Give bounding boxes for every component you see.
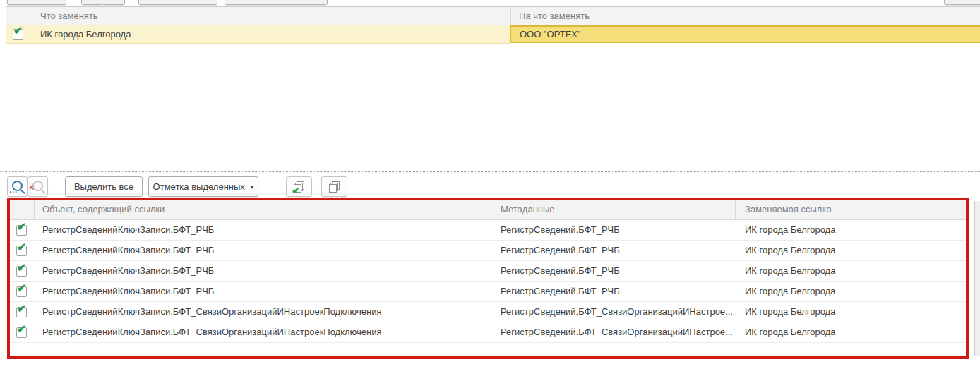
metadata-cell[interactable]: РегистрСведений.БФТ_РЧБ xyxy=(501,282,737,302)
row-checkbox[interactable]: ✔ xyxy=(16,327,27,338)
column-divider xyxy=(491,200,491,219)
table-row[interactable]: ✔ РегистрСведенийКлючЗаписи.БФТ_СвязиОрг… xyxy=(10,322,966,343)
row-checkbox[interactable]: ✔ xyxy=(16,246,27,256)
column-header-what[interactable]: Что заменять xyxy=(40,7,98,25)
mark-selected-label: Отметка выделенных xyxy=(153,181,245,192)
column-divider xyxy=(34,200,35,219)
column-header-object[interactable]: Объект, содержащий ссылки xyxy=(42,200,165,218)
clear-marks-button[interactable] xyxy=(321,176,347,197)
object-cell[interactable]: РегистрСведенийКлючЗаписи.БФТ_СвязиОрган… xyxy=(42,302,487,322)
replace-references-window: Что заменять На что заменять ✔ ИК города… xyxy=(0,0,980,369)
documents-icon xyxy=(329,181,340,192)
object-cell[interactable]: РегистрСведенийКлючЗаписи.БФТ_РЧБ xyxy=(42,220,487,241)
row-checkbox[interactable]: ✔ xyxy=(16,225,27,236)
column-header-with[interactable]: На что заменять xyxy=(519,7,590,25)
metadata-cell[interactable]: РегистрСведений.БФТ_РЧБ xyxy=(501,220,737,241)
chevron-down-icon: ▾ xyxy=(251,178,254,197)
column-divider xyxy=(735,200,736,219)
replace-with-cell-selected[interactable]: ООО "ОРТЕХ" xyxy=(510,25,980,43)
table-row[interactable]: ✔ РегистрСведенийКлючЗаписи.БФТ_РЧБ Реги… xyxy=(10,282,966,302)
row-checkbox[interactable]: ✔ xyxy=(13,29,23,40)
what-to-replace-value[interactable]: ИК города Белгорода xyxy=(40,25,131,43)
check-icon: ✔ xyxy=(17,302,26,315)
replace-table-header: Что заменять На что заменять xyxy=(6,6,980,25)
top-toolbar-button[interactable] xyxy=(138,0,217,5)
metadata-cell[interactable]: РегистрСведений.БФТ_СвязиОрганизацийИНас… xyxy=(501,302,737,322)
object-cell[interactable]: РегистрСведенийКлючЗаписи.БФТ_РЧБ xyxy=(42,241,487,261)
top-toolbar-button[interactable] xyxy=(944,0,980,5)
check-icon: ✔ xyxy=(13,24,23,37)
column-divider xyxy=(32,7,32,25)
check-icon: ✔ xyxy=(17,322,26,336)
links-table-header: Объект, содержащий ссылки Метаданные Зам… xyxy=(10,200,966,220)
search-icon: ... xyxy=(12,181,23,191)
find-button[interactable]: ... xyxy=(7,176,28,197)
row-checkbox[interactable]: ✔ xyxy=(16,266,27,277)
top-toolbar-button[interactable] xyxy=(81,0,102,5)
metadata-cell[interactable]: РегистрСведений.БФТ_РЧБ xyxy=(501,241,737,261)
panel-divider xyxy=(6,363,980,363)
column-divider xyxy=(510,7,511,25)
row-checkbox[interactable]: ✔ xyxy=(16,286,27,297)
column-header-metadata[interactable]: Метаданные xyxy=(501,200,555,218)
link-cell[interactable]: ИК города Белгорода xyxy=(745,241,957,261)
metadata-cell[interactable]: РегистрСведений.БФТ_СвязиОрганизацийИНас… xyxy=(501,322,737,343)
check-icon: ✔ xyxy=(17,261,26,274)
scrollbar-track[interactable] xyxy=(974,201,980,356)
table-row[interactable]: ✔ РегистрСведенийКлючЗаписи.БФТ_РЧБ Реги… xyxy=(10,261,966,282)
table-row[interactable]: ✔ РегистрСведенийКлючЗаписи.БФТ_СвязиОрг… xyxy=(10,302,966,322)
link-cell[interactable]: ИК города Белгорода xyxy=(745,261,957,282)
mark-selected-dropdown[interactable]: Отметка выделенных▾ xyxy=(148,176,258,197)
documents-check-icon: ✔ xyxy=(294,181,304,192)
link-cell[interactable]: ИК города Белгорода xyxy=(745,302,957,322)
link-cell[interactable]: ИК города Белгорода xyxy=(745,282,957,302)
check-icon: ✔ xyxy=(17,241,26,254)
select-all-button[interactable]: Выделить все xyxy=(65,176,143,197)
cancel-search-icon: × xyxy=(32,181,43,191)
top-toolbar-button[interactable] xyxy=(7,0,66,5)
table-row[interactable]: ✔ ИК города Белгорода ООО "ОРТЕХ" xyxy=(6,25,980,43)
check-icon: ✔ xyxy=(17,220,26,234)
object-cell[interactable]: РегистрСведенийКлючЗаписи.БФТ_РЧБ xyxy=(42,261,487,282)
link-cell[interactable]: ИК города Белгорода xyxy=(745,220,957,241)
cancel-find-button[interactable]: × xyxy=(28,176,48,197)
set-marks-button[interactable]: ✔ xyxy=(286,176,312,197)
object-cell[interactable]: РегистрСведенийКлючЗаписи.БФТ_СвязиОрган… xyxy=(42,322,487,343)
column-header-link[interactable]: Заменяемая ссылка xyxy=(745,200,832,218)
top-toolbar-button[interactable] xyxy=(225,0,328,5)
table-row[interactable]: ✔ РегистрСведенийКлючЗаписи.БФТ_РЧБ Реги… xyxy=(10,220,966,241)
check-icon: ✔ xyxy=(17,282,26,295)
metadata-cell[interactable]: РегистрСведений.БФТ_РЧБ xyxy=(501,261,737,282)
top-toolbar-button[interactable] xyxy=(102,0,125,5)
splitter[interactable] xyxy=(0,171,980,172)
link-cell[interactable]: ИК города Белгорода xyxy=(745,322,957,343)
object-cell[interactable]: РегистрСведенийКлючЗаписи.БФТ_РЧБ xyxy=(42,282,487,302)
table-row[interactable]: ✔ РегистрСведенийКлючЗаписи.БФТ_РЧБ Реги… xyxy=(10,241,966,261)
row-checkbox[interactable]: ✔ xyxy=(16,307,27,317)
